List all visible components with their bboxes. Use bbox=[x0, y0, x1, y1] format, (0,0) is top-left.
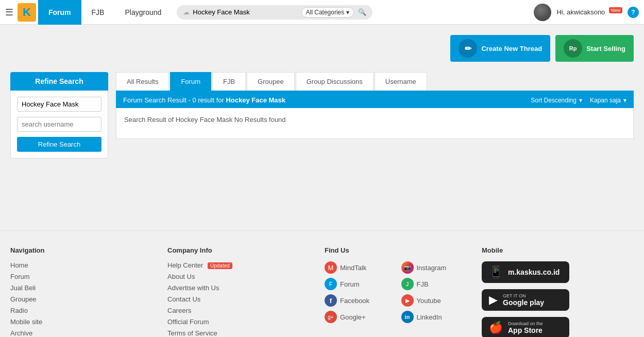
search-input[interactable] bbox=[193, 8, 297, 16]
tabs-bar: All Results Forum FJB Groupee Group Disc… bbox=[116, 72, 634, 92]
social-fjb[interactable]: J FJB bbox=[401, 278, 472, 290]
company-contact[interactable]: Contact Us bbox=[167, 295, 200, 303]
tab-forum[interactable]: Forum bbox=[170, 72, 211, 91]
kaskus-mobile-badge[interactable]: 📱 m.kaskus.co.id bbox=[482, 261, 569, 283]
nav-radio[interactable]: Radio bbox=[10, 307, 28, 314]
nav-fjb[interactable]: FJB bbox=[81, 0, 115, 25]
list-item: Contact Us bbox=[167, 295, 314, 303]
footer-mobile: Mobile 📱 m.kaskus.co.id ▶ GET IT ON Goog… bbox=[482, 246, 629, 337]
list-item: Advertise with Us bbox=[167, 284, 314, 292]
mobile-badges: 📱 m.kaskus.co.id ▶ GET IT ON Google play… bbox=[482, 261, 629, 337]
social-forum[interactable]: F Forum bbox=[325, 278, 395, 290]
avatar[interactable] bbox=[534, 4, 551, 21]
username-input[interactable] bbox=[17, 117, 101, 132]
list-item: Careers bbox=[167, 307, 314, 314]
social-facebook[interactable]: f Facebook bbox=[325, 294, 395, 307]
footer-company: Company Info Help Center Updated About U… bbox=[167, 246, 314, 337]
keyword-input[interactable] bbox=[17, 97, 101, 112]
menu-icon[interactable]: ☰ bbox=[5, 7, 13, 18]
header: ☰ K Forum FJB Playground ☁ All Categorie… bbox=[0, 0, 644, 25]
action-buttons: ✏ Create New Thread Rp Start Selling bbox=[10, 35, 634, 62]
list-item: Help Center Updated bbox=[167, 261, 314, 269]
fjb-icon: J bbox=[401, 278, 414, 290]
logo[interactable]: K bbox=[18, 3, 36, 22]
find-us-grid: M MindTalk 📷 Instagram F Forum J FJB f bbox=[325, 261, 471, 323]
social-mindtalk[interactable]: M MindTalk bbox=[325, 261, 395, 274]
main-content: ✏ Create New Thread Rp Start Selling Ref… bbox=[0, 25, 644, 230]
nav-jualbeli[interactable]: Jual Beli bbox=[10, 284, 36, 292]
tab-username[interactable]: Username bbox=[375, 72, 427, 91]
updated-badge: Updated bbox=[208, 262, 232, 269]
nav-mobile-site[interactable]: Mobile site bbox=[10, 318, 42, 326]
nav-playground[interactable]: Playground bbox=[114, 0, 172, 25]
tab-group-discussions[interactable]: Group Discussions bbox=[296, 72, 374, 91]
refine-search-button[interactable]: Refine Search bbox=[17, 137, 101, 152]
nav-home[interactable]: Home bbox=[10, 261, 28, 269]
app-store-text: Download on the App Store bbox=[508, 321, 543, 334]
chevron-down-icon: ▾ bbox=[346, 9, 349, 16]
nav-heading: Navigation bbox=[10, 246, 157, 254]
social-instagram[interactable]: 📷 Instagram bbox=[401, 261, 472, 274]
footer-navigation: Navigation Home Forum Jual Beli Groupee … bbox=[10, 246, 157, 337]
kaskus-mobile-text: m.kaskus.co.id bbox=[508, 268, 560, 276]
company-heading: Company Info bbox=[167, 246, 314, 254]
instagram-icon: 📷 bbox=[401, 261, 414, 274]
refine-body: Refine Search bbox=[10, 91, 108, 158]
time-chevron-icon: ▾ bbox=[623, 97, 626, 104]
find-us-heading: Find Us bbox=[325, 246, 471, 254]
list-item: Radio bbox=[10, 307, 157, 314]
create-thread-icon: ✏ bbox=[459, 39, 477, 58]
tab-fjb[interactable]: FJB bbox=[212, 72, 246, 91]
result-header-right: Sort Descending ▾ Kapan saja ▾ bbox=[531, 97, 626, 104]
sort-chevron-icon: ▾ bbox=[579, 97, 582, 104]
footer: Navigation Home Forum Jual Beli Groupee … bbox=[0, 230, 644, 337]
help-icon[interactable]: ? bbox=[628, 7, 639, 18]
youtube-icon: ▶ bbox=[401, 294, 414, 307]
nav-archive[interactable]: Archive bbox=[10, 329, 32, 337]
google-play-icon: ▶ bbox=[489, 293, 498, 307]
list-item: Home bbox=[10, 261, 157, 269]
nav-groupee[interactable]: Groupee bbox=[10, 295, 37, 303]
google-play-text: GET IT ON Google play bbox=[503, 293, 544, 307]
tab-all-results[interactable]: All Results bbox=[116, 72, 169, 91]
user-greeting: Hi, akwicaksono New bbox=[556, 8, 622, 16]
facebook-icon: f bbox=[325, 294, 337, 307]
list-item: Terms of Service bbox=[167, 329, 314, 337]
googleplus-icon: g+ bbox=[325, 311, 337, 323]
list-item: Forum bbox=[10, 273, 157, 280]
search-cloud-icon: ☁ bbox=[183, 8, 190, 16]
list-item: Official Forum bbox=[167, 318, 314, 326]
company-links: Help Center Updated About Us Advertise w… bbox=[167, 261, 314, 337]
category-dropdown[interactable]: All Categories ▾ bbox=[301, 7, 354, 17]
company-about[interactable]: About Us bbox=[167, 273, 195, 280]
nav-links: Home Forum Jual Beli Groupee Radio Mobil… bbox=[10, 261, 157, 337]
tab-groupee[interactable]: Groupee bbox=[247, 72, 295, 91]
mindtalk-icon: M bbox=[325, 261, 337, 274]
nav-forum[interactable]: Forum bbox=[10, 273, 30, 280]
search-icon[interactable]: 🔍 bbox=[358, 8, 366, 16]
list-item: Groupee bbox=[10, 295, 157, 303]
company-help[interactable]: Help Center bbox=[167, 261, 203, 269]
search-panel: Refine Search Refine Search All Results … bbox=[10, 72, 634, 158]
footer-find-us: Find Us M MindTalk 📷 Instagram F Forum J… bbox=[325, 246, 471, 337]
create-thread-button[interactable]: ✏ Create New Thread bbox=[450, 35, 550, 62]
result-header-left: Forum Search Result - 0 result for Hocke… bbox=[123, 96, 285, 104]
phone-icon: 📱 bbox=[489, 265, 503, 279]
company-official-forum[interactable]: Official Forum bbox=[167, 318, 209, 326]
start-selling-icon: Rp bbox=[564, 39, 582, 58]
social-googleplus[interactable]: g+ Google+ bbox=[325, 311, 395, 323]
google-play-badge[interactable]: ▶ GET IT ON Google play bbox=[482, 289, 569, 311]
company-careers[interactable]: Careers bbox=[167, 307, 191, 314]
social-linkedin[interactable]: in LinkedIn bbox=[401, 311, 472, 323]
apple-icon: 🍎 bbox=[489, 321, 503, 334]
forum-icon: F bbox=[325, 278, 337, 290]
start-selling-button[interactable]: Rp Start Selling bbox=[555, 35, 634, 62]
nav-forum[interactable]: Forum bbox=[38, 0, 81, 25]
linkedin-icon: in bbox=[401, 311, 414, 323]
company-advertise[interactable]: Advertise with Us bbox=[167, 284, 219, 292]
social-youtube[interactable]: ▶ Youtube bbox=[401, 294, 472, 307]
app-store-badge[interactable]: 🍎 Download on the App Store bbox=[482, 317, 569, 337]
header-right: Hi, akwicaksono New ? bbox=[534, 4, 639, 21]
new-badge: New bbox=[609, 7, 622, 13]
company-tos[interactable]: Terms of Service bbox=[167, 329, 217, 337]
